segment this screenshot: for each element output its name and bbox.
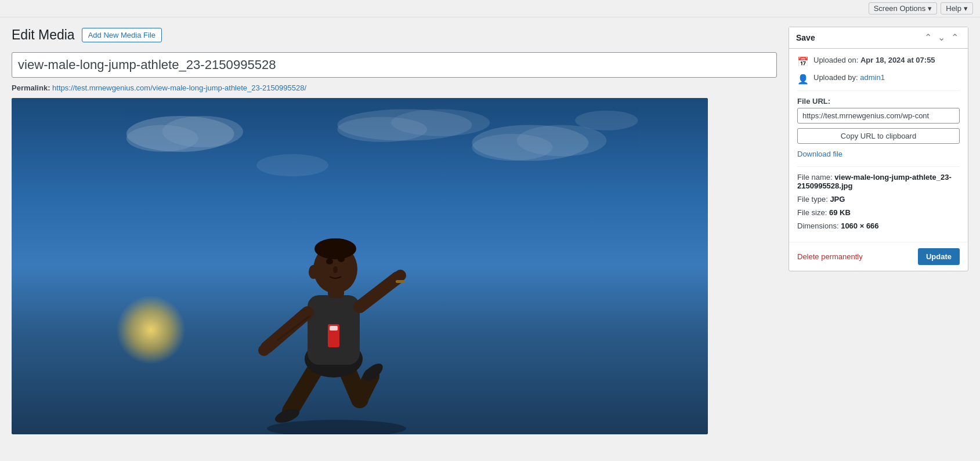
svg-point-11 <box>267 420 406 434</box>
save-box: Save ⌃ ⌄ ⌃ 📅 Uploaded on: Apr 18, 2024 a… <box>789 27 968 271</box>
collapse-down-button[interactable]: ⌄ <box>935 32 948 43</box>
uploaded-by-text: Uploaded by: admin1 <box>813 73 885 82</box>
sidebar: Save ⌃ ⌄ ⌃ 📅 Uploaded on: Apr 18, 2024 a… <box>789 27 968 271</box>
permalink-link[interactable]: https://test.mrnewgenius.com/view-male-l… <box>52 84 306 92</box>
svg-line-23 <box>360 278 397 307</box>
permalink-row: Permalink: https://test.mrnewgenius.com/… <box>12 84 777 92</box>
save-box-title: Save <box>796 33 815 42</box>
add-new-media-button[interactable]: Add New Media File <box>82 28 162 42</box>
svg-point-32 <box>314 238 356 259</box>
file-url-input[interactable] <box>797 108 960 124</box>
page-header: Edit Media Add New Media File <box>12 27 777 44</box>
save-box-header: Save ⌃ ⌄ ⌃ <box>789 27 968 49</box>
divider-2 <box>797 166 960 167</box>
dimensions-row: Dimensions: 1060 × 666 <box>797 222 960 230</box>
permalink-label: Permalink: <box>12 84 50 92</box>
divider-1 <box>797 90 960 91</box>
sidebar-actions: Delete permanently Update <box>789 242 968 271</box>
uploaded-by-label: Uploaded by: <box>813 73 858 82</box>
svg-line-21 <box>267 313 308 347</box>
file-size-value: 69 KB <box>829 208 851 217</box>
save-box-body: 📅 Uploaded on: Apr 18, 2024 at 07:55 👤 U… <box>789 49 968 242</box>
image-preview <box>12 98 708 434</box>
top-bar: Screen Options ▾ Help ▾ <box>0 0 980 17</box>
help-label: Help <box>946 4 961 13</box>
svg-rect-25 <box>396 280 405 283</box>
file-size-row: File size: 69 KB <box>797 208 960 217</box>
dimensions-label: Dimensions: <box>797 222 839 230</box>
uploaded-by-row: 👤 Uploaded by: admin1 <box>797 73 960 85</box>
media-title-input[interactable] <box>12 52 777 78</box>
page-title: Edit Media <box>12 27 75 44</box>
screen-options-label: Screen Options <box>874 4 926 13</box>
file-url-label: File URL: <box>797 97 960 106</box>
calendar-icon: 📅 <box>797 56 809 67</box>
collapse-up-button[interactable]: ⌃ <box>922 32 934 43</box>
screen-options-button[interactable]: Screen Options ▾ <box>869 2 938 14</box>
user-icon: 👤 <box>797 74 809 85</box>
help-chevron-icon: ▾ <box>964 4 968 13</box>
athlete-svg <box>12 98 708 434</box>
uploaded-by-user-link[interactable]: admin1 <box>860 73 885 82</box>
uploaded-on-label: Uploaded on: <box>813 56 858 64</box>
sidebar-box-controls: ⌃ ⌄ ⌃ <box>922 32 961 43</box>
uploaded-on-value: Apr 18, 2024 at 07:55 <box>860 56 935 64</box>
svg-point-24 <box>395 270 406 281</box>
file-type-label: File type: <box>797 195 828 204</box>
uploaded-on-text: Uploaded on: Apr 18, 2024 at 07:55 <box>813 56 935 64</box>
file-name-row: File name: view-male-long-jump-athlete_2… <box>797 173 960 190</box>
uploaded-on-row: 📅 Uploaded on: Apr 18, 2024 at 07:55 <box>797 56 960 67</box>
file-name-label: File name: <box>797 173 833 182</box>
main-content: Edit Media Add New Media File Permalink:… <box>12 27 777 434</box>
help-button[interactable]: Help ▾ <box>941 2 973 14</box>
copy-url-button[interactable]: Copy URL to clipboard <box>797 128 960 144</box>
svg-point-31 <box>309 265 318 279</box>
svg-point-22 <box>258 344 270 356</box>
dimensions-value: 1060 × 666 <box>841 222 878 230</box>
file-type-value: JPG <box>830 195 845 204</box>
svg-point-28 <box>326 259 333 264</box>
screen-options-chevron-icon: ▾ <box>928 4 932 13</box>
update-button[interactable]: Update <box>918 248 960 265</box>
page-wrap: Edit Media Add New Media File Permalink:… <box>0 17 980 444</box>
svg-rect-20 <box>330 326 338 331</box>
delete-permanently-link[interactable]: Delete permanently <box>797 252 863 261</box>
file-type-row: File type: JPG <box>797 195 960 204</box>
file-size-label: File size: <box>797 208 827 217</box>
svg-point-30 <box>333 266 338 273</box>
download-file-link[interactable]: Download file <box>797 150 960 158</box>
collapse-toggle-button[interactable]: ⌃ <box>949 32 961 43</box>
